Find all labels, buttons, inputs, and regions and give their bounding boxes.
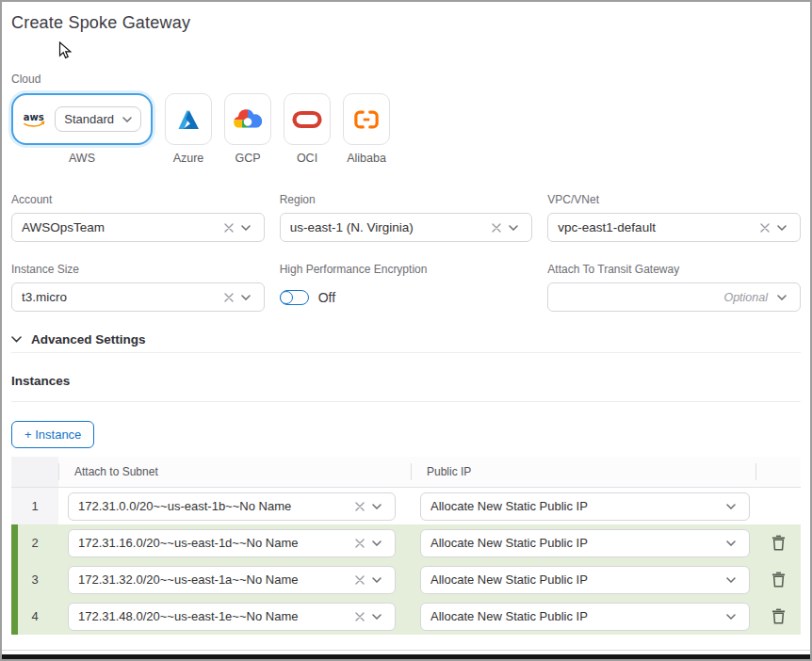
chevron-down-icon[interactable] (505, 225, 522, 231)
aws-logo-icon: aws (23, 108, 46, 131)
svg-text:aws: aws (24, 112, 44, 122)
public-ip-value: Allocate New Static Public IP (430, 536, 723, 550)
clear-icon[interactable] (756, 223, 773, 233)
vpc-select[interactable]: vpc-east1-default (547, 213, 801, 242)
divider (11, 352, 801, 353)
row-highlight-strip (11, 561, 18, 598)
trash-icon (771, 608, 786, 624)
chevron-down-icon[interactable] (723, 614, 739, 620)
delete-row-button[interactable] (771, 572, 786, 588)
mouse-cursor-icon (58, 41, 73, 60)
chevron-down-icon[interactable] (723, 540, 739, 546)
instances-table: Attach to Subnet Public IP 1 172.31.0.0/… (11, 457, 801, 635)
transit-gateway-select[interactable]: Optional (547, 282, 801, 312)
hpe-toggle[interactable] (280, 290, 309, 305)
chevron-down-icon[interactable] (773, 295, 790, 300)
window-bottom-bar (2, 654, 810, 659)
subnet-value: 172.31.48.0/20~~us-east-1e~~No Name (78, 609, 351, 623)
chevron-down-icon[interactable] (368, 540, 385, 546)
clear-icon[interactable] (351, 539, 368, 548)
public-ip-value: Allocate New Static Public IP (430, 499, 723, 513)
azure-logo-icon (175, 106, 202, 133)
public-ip-value: Allocate New Static Public IP (430, 572, 723, 587)
toggle-knob (280, 291, 293, 304)
chevron-down-icon[interactable] (368, 614, 385, 620)
trash-icon (771, 572, 786, 588)
instance-row: 4 172.31.48.0/20~~us-east-1e~~No Name Al… (11, 598, 801, 635)
account-value: AWSOpsTeam (22, 220, 220, 234)
instances-heading: Instances (11, 374, 801, 388)
public-ip-select[interactable]: Allocate New Static Public IP (420, 566, 750, 594)
row-number: 2 (11, 524, 58, 561)
cloud-card-oci[interactable] (284, 93, 331, 145)
chevron-down-icon[interactable] (368, 504, 385, 509)
region-select[interactable]: us-east-1 (N. Virginia) (280, 213, 533, 242)
public-ip-value: Allocate New Static Public IP (430, 609, 723, 623)
public-ip-select[interactable]: Allocate New Static Public IP (420, 603, 750, 631)
cloud-provider-cards: aws Standard AWS (11, 93, 801, 165)
clear-icon[interactable] (351, 612, 368, 621)
clear-icon[interactable] (488, 223, 505, 233)
cloud-caption-gcp: GCP (235, 152, 260, 165)
add-instance-button[interactable]: + Instance (11, 421, 94, 448)
cloud-caption-azure: Azure (173, 152, 204, 165)
public-ip-select[interactable]: Allocate New Static Public IP (420, 529, 750, 557)
chevron-down-icon[interactable] (237, 295, 254, 300)
aws-tier-value: Standard (64, 112, 114, 126)
chevron-down-icon[interactable] (368, 577, 385, 583)
aws-tier-select[interactable]: Standard (55, 106, 141, 132)
region-label: Region (280, 193, 533, 206)
clear-icon[interactable] (351, 575, 368, 585)
account-select[interactable]: AWSOpsTeam (11, 213, 265, 242)
chevron-down-icon (11, 336, 22, 343)
row-number: 1 (11, 488, 58, 524)
cloud-card-aws[interactable]: aws Standard (11, 93, 153, 145)
cloud-label: Cloud (11, 73, 801, 86)
subnet-select[interactable]: 172.31.0.0/20~~us-east-1b~~No Name (68, 492, 396, 521)
advanced-settings-label: Advanced Settings (31, 332, 146, 347)
row-highlight-strip (11, 598, 18, 635)
instance-row: 3 172.31.32.0/20~~us-east-1a~~No Name Al… (11, 561, 801, 598)
trash-icon (771, 535, 786, 551)
subnet-value: 172.31.0.0/20~~us-east-1b~~No Name (78, 499, 351, 513)
clear-icon[interactable] (220, 223, 237, 233)
instance-size-value: t3.micro (22, 290, 220, 304)
delete-row-button[interactable] (771, 535, 786, 551)
row-number: 4 (11, 598, 58, 635)
clear-icon[interactable] (220, 293, 237, 302)
alibaba-logo-icon (351, 107, 382, 132)
instance-size-label: Instance Size (11, 263, 265, 276)
instance-row: 1 172.31.0.0/20~~us-east-1b~~No Name All… (11, 488, 801, 524)
subnet-select[interactable]: 172.31.16.0/20~~us-east-1d~~No Name (68, 529, 396, 557)
public-ip-select[interactable]: Allocate New Static Public IP (420, 492, 750, 521)
subnet-select[interactable]: 172.31.48.0/20~~us-east-1e~~No Name (68, 603, 396, 631)
hpe-label: High Performance Encryption (280, 263, 533, 276)
advanced-settings-toggle[interactable]: Advanced Settings (11, 332, 801, 347)
instance-size-select[interactable]: t3.micro (11, 282, 265, 312)
hpe-state: Off (318, 290, 335, 305)
gcp-logo-icon (232, 106, 264, 132)
cloud-caption-oci: OCI (297, 152, 317, 165)
instance-row: 2 172.31.16.0/20~~us-east-1d~~No Name Al… (11, 524, 801, 561)
public-ip-column-header: Public IP (427, 465, 471, 478)
row-number-column-header (11, 457, 58, 487)
cloud-caption-alibaba: Alibaba (347, 152, 386, 165)
delete-row-button[interactable] (771, 608, 786, 624)
create-spoke-gateway-window: Create Spoke Gateway Cloud aws Standard (0, 0, 812, 661)
chevron-down-icon[interactable] (723, 577, 739, 583)
chevron-down-icon[interactable] (773, 225, 790, 231)
cloud-card-azure[interactable] (165, 93, 212, 145)
subnet-column-header: Attach to Subnet (74, 465, 158, 478)
transit-gateway-placeholder: Optional (558, 291, 773, 304)
row-number: 3 (11, 561, 58, 598)
cloud-card-alibaba[interactable] (343, 93, 390, 145)
subnet-value: 172.31.32.0/20~~us-east-1a~~No Name (78, 572, 351, 587)
chevron-down-icon[interactable] (237, 225, 254, 231)
chevron-down-icon[interactable] (723, 504, 739, 509)
clear-icon[interactable] (351, 502, 368, 511)
subnet-select[interactable]: 172.31.32.0/20~~us-east-1a~~No Name (68, 566, 396, 594)
cloud-card-gcp[interactable] (224, 93, 271, 145)
gateway-form: Account AWSOpsTeam Region us-east-1 (N. … (11, 193, 801, 312)
divider (11, 401, 801, 402)
account-label: Account (11, 193, 265, 206)
